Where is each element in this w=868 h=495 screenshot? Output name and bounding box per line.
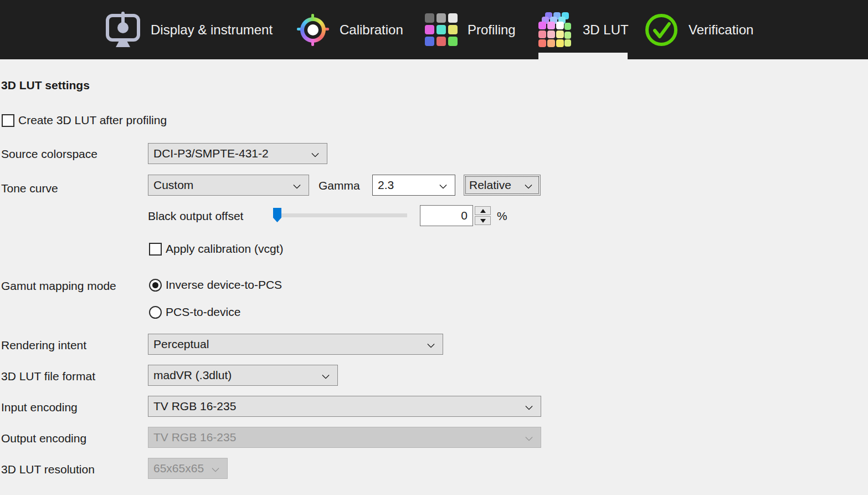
tab-calibration[interactable]: Calibration (296, 0, 403, 59)
gamut-mapping-option-row: Inverse device-to-PCS (149, 278, 282, 292)
tab-label: Display & instrument (151, 22, 273, 38)
gamut-mapping-option-row: PCS-to-device (149, 305, 240, 319)
percent-unit-label: % (497, 209, 507, 223)
radio-dot (152, 282, 158, 288)
lut-cube-icon (536, 12, 573, 48)
lut-resolution-select: 65x65x65 (148, 458, 228, 479)
main-tab-bar: Display & instrument Calibration Profili… (0, 0, 868, 59)
selected-value: Perceptual (153, 338, 209, 351)
chevron-down-icon (525, 433, 533, 441)
tab-label: 3D LUT (583, 22, 629, 38)
input-encoding-label: Input encoding (1, 400, 78, 415)
selected-value: DCI-P3/SMPTE-431-2 (153, 147, 269, 160)
apply-calibration-label: Apply calibration (vcgt) (166, 242, 283, 256)
rendering-intent-label: Rendering intent (1, 338, 86, 353)
input-encoding-select[interactable]: TV RGB 16-235 (148, 396, 541, 417)
page-title: 3D LUT settings (1, 78, 90, 93)
chevron-down-icon (311, 150, 319, 157)
source-colorspace-label: Source colorspace (1, 147, 97, 161)
chevron-down-icon (427, 340, 435, 348)
tab-label: Calibration (340, 22, 403, 38)
chevron-down-icon (439, 181, 447, 189)
tab-verification[interactable]: Verification (644, 0, 753, 59)
apply-calibration-row: Apply calibration (vcgt) (149, 242, 283, 256)
apply-calibration-checkbox[interactable] (149, 243, 162, 256)
create-lut-label: Create 3D LUT after profiling (18, 114, 167, 127)
file-format-label: 3D LUT file format (1, 369, 95, 384)
gamma-label: Gamma (319, 178, 360, 193)
selected-value: madVR (.3dlut) (153, 369, 232, 382)
selected-value: TV RGB 16-235 (153, 431, 236, 444)
stepper-up-button[interactable] (475, 206, 491, 215)
chevron-down-icon (525, 181, 532, 189)
radio-label: Inverse device-to-PCS (166, 278, 282, 292)
tab-profiling[interactable]: Profiling (425, 0, 516, 59)
gamma-combobox[interactable]: 2.3 (372, 175, 455, 196)
tab-3d-lut[interactable]: 3D LUT (536, 0, 629, 59)
displaycal-window: Display & instrument Calibration Profili… (0, 0, 868, 495)
selected-value: TV RGB 16-235 (153, 400, 236, 413)
gamma-value: 2.3 (378, 178, 394, 192)
lut-resolution-label: 3D LUT resolution (1, 462, 95, 477)
tab-label: Verification (689, 22, 753, 38)
black-output-offset-input[interactable] (420, 205, 473, 226)
tab-display-instrument[interactable]: Display & instrument (105, 0, 273, 59)
file-format-select[interactable]: madVR (.3dlut) (148, 365, 338, 386)
display-instrument-icon (105, 11, 141, 49)
tab-label: Profiling (468, 22, 516, 38)
verification-icon (644, 13, 679, 47)
triangle-down-icon (480, 219, 486, 223)
selected-value: 65x65x65 (153, 462, 204, 475)
radio-label: PCS-to-device (166, 305, 240, 319)
tone-curve-label: Tone curve (1, 181, 58, 196)
chevron-down-icon (322, 371, 330, 379)
slider-track[interactable] (274, 213, 407, 217)
output-encoding-label: Output encoding (1, 431, 86, 446)
gamma-mode-select[interactable]: Relative (464, 175, 541, 196)
chevron-down-icon (212, 465, 219, 472)
rendering-intent-select[interactable]: Perceptual (148, 334, 443, 355)
radio-pcs-to-device[interactable] (149, 306, 162, 319)
black-output-offset-slider[interactable] (271, 207, 410, 224)
stepper-down-button[interactable] (475, 216, 491, 225)
chevron-down-icon (525, 402, 533, 410)
profiling-icon (425, 13, 458, 46)
source-colorspace-select[interactable]: DCI-P3/SMPTE-431-2 (148, 143, 327, 164)
slider-handle[interactable] (273, 208, 281, 222)
selected-value: Custom (153, 178, 193, 192)
tone-curve-select[interactable]: Custom (148, 175, 309, 196)
output-encoding-select: TV RGB 16-235 (148, 427, 541, 448)
create-lut-checkbox[interactable] (2, 114, 14, 127)
create-lut-checkbox-row: Create 3D LUT after profiling (2, 114, 167, 127)
chevron-down-icon (293, 181, 301, 189)
black-output-offset-stepper (475, 206, 491, 225)
gamma-mode-value: Relative (469, 178, 511, 192)
radio-inverse-device-to-pcs[interactable] (149, 279, 162, 292)
triangle-up-icon (480, 209, 486, 213)
black-output-offset-label: Black output offset (148, 209, 243, 223)
calibration-icon (296, 13, 330, 47)
gamut-mapping-label: Gamut mapping mode (1, 279, 116, 293)
active-tab-indicator (538, 53, 628, 59)
